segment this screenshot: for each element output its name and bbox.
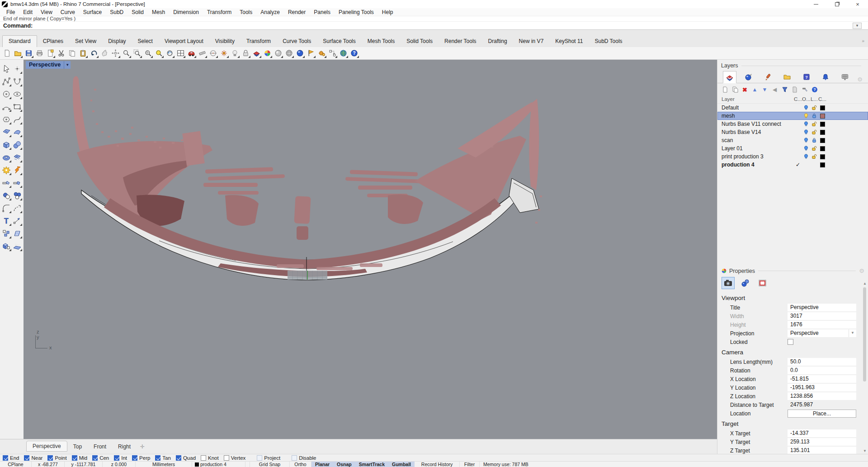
menu-help[interactable]: Help xyxy=(378,9,397,15)
osnap-project[interactable]: Project xyxy=(257,455,280,461)
menu-mesh[interactable]: Mesh xyxy=(148,9,169,15)
surface-patch-icon[interactable] xyxy=(12,152,23,163)
menu-surface[interactable]: Surface xyxy=(79,9,106,15)
rectangle-icon[interactable] xyxy=(12,101,23,112)
lock-closed-icon[interactable] xyxy=(810,138,818,143)
color-wheel-icon[interactable] xyxy=(262,48,273,58)
toolbar-tab-cplanes[interactable]: CPlanes xyxy=(37,36,69,47)
paste-icon[interactable] xyxy=(78,48,88,58)
perspective-viewport[interactable]: Perspective ▼ xyxy=(24,60,717,439)
chamfer-edge-icon[interactable] xyxy=(12,177,23,188)
new-layer-icon[interactable] xyxy=(722,86,728,93)
flag-icon[interactable] xyxy=(306,48,316,58)
cplane-selector[interactable]: CPlane xyxy=(0,462,32,467)
toolbar-tab-keyshot[interactable]: KeyShot 11 xyxy=(549,36,589,47)
blend-curves-icon[interactable] xyxy=(12,203,23,214)
lock-closed-icon[interactable] xyxy=(810,113,818,119)
ortho-toggle[interactable]: Ortho xyxy=(290,462,311,467)
boolean-difference-icon[interactable] xyxy=(12,190,23,201)
layer-color-swatch[interactable] xyxy=(820,154,825,159)
wireframe-viewport-icon[interactable] xyxy=(284,48,294,58)
layer-row-layer-01[interactable]: Layer 01 xyxy=(717,144,868,152)
print-icon[interactable] xyxy=(34,48,45,58)
locked-checkbox[interactable] xyxy=(788,339,793,345)
sphere-icon[interactable] xyxy=(12,139,23,150)
lock-open-icon[interactable] xyxy=(810,154,818,159)
layer-color-swatch[interactable] xyxy=(820,114,825,119)
command-popup-button[interactable]: ▾ xyxy=(853,23,862,29)
history-nodes-icon[interactable] xyxy=(327,48,338,58)
web-browser-icon[interactable] xyxy=(338,48,349,58)
properties-scrollbar[interactable]: ▲ ▼ xyxy=(862,282,867,453)
text-icon[interactable]: T xyxy=(1,215,12,226)
lock-open-icon[interactable] xyxy=(810,129,818,135)
render-tab-icon[interactable] xyxy=(742,71,755,83)
ellipse-icon[interactable] xyxy=(12,89,23,100)
filter-layers-icon[interactable] xyxy=(781,86,788,93)
title-value-field[interactable]: Perspective xyxy=(788,304,856,311)
layer-color-swatch[interactable] xyxy=(820,122,825,127)
bulb-on-icon[interactable] xyxy=(802,113,810,119)
select-pointer-icon[interactable] xyxy=(1,63,12,74)
viewport-layout-icon[interactable] xyxy=(175,48,186,58)
layer-color-swatch[interactable] xyxy=(820,105,825,110)
scrollbar-thumb[interactable] xyxy=(863,287,866,381)
hazard-point-icon[interactable] xyxy=(219,48,229,58)
help-tab-icon[interactable]: ? xyxy=(800,71,813,83)
close-button[interactable]: × xyxy=(847,0,868,8)
bulb-on-icon[interactable] xyxy=(802,121,810,127)
new-template-icon[interactable] xyxy=(45,48,56,58)
layer-color-swatch[interactable] xyxy=(820,130,825,135)
lock-open-icon[interactable] xyxy=(810,146,818,151)
files-tab-icon[interactable] xyxy=(780,71,794,83)
menu-solid[interactable]: Solid xyxy=(127,9,148,15)
height-value-field[interactable]: 1676 xyxy=(788,321,856,329)
toolbar-tab-standard[interactable]: Standard xyxy=(2,35,37,47)
layer-state-icon[interactable] xyxy=(251,48,262,58)
freeform-curve-icon[interactable] xyxy=(12,114,23,125)
osnap-mid[interactable]: Mid xyxy=(72,455,88,461)
match-layer-icon[interactable] xyxy=(791,86,798,93)
layer-row-print-production-3[interactable]: print production 3 xyxy=(717,152,868,161)
minimize-button[interactable] xyxy=(806,0,826,8)
polygon-icon[interactable] xyxy=(1,114,12,125)
place-button[interactable]: Place... xyxy=(788,410,856,418)
measure-icon[interactable] xyxy=(197,48,208,58)
toolbar-tab-visibility[interactable]: Visibility xyxy=(209,36,241,47)
y-location-field[interactable]: -1951.963 xyxy=(788,384,856,391)
duplicate-layer-icon[interactable] xyxy=(731,86,738,93)
boolean-union-icon[interactable] xyxy=(1,190,12,201)
layer-row-nurbs-v11[interactable]: Nurbs Base V11 connect xyxy=(717,120,868,128)
toolbar-tab-new-in-v7[interactable]: New in V7 xyxy=(513,36,550,47)
viewport-tab-front[interactable]: Front xyxy=(88,442,112,452)
move-layer-down-icon[interactable]: ▼ xyxy=(761,86,768,93)
bulb-on-icon[interactable] xyxy=(802,154,810,159)
zoom-dynamic-icon[interactable] xyxy=(143,48,153,58)
shaded-viewport-icon[interactable] xyxy=(273,48,283,58)
layer-row-mesh[interactable]: mesh xyxy=(717,112,868,120)
bumper-3d-model[interactable] xyxy=(24,60,717,439)
extract-surface-icon[interactable] xyxy=(12,165,23,176)
rotation-field[interactable]: 0.0 xyxy=(788,367,856,374)
zoom-window-icon[interactable] xyxy=(132,48,142,58)
scroll-up-icon[interactable]: ▲ xyxy=(863,282,867,286)
column-color[interactable]: C... xyxy=(818,96,826,102)
toolbar-tab-curve-tools[interactable]: Curve Tools xyxy=(277,36,317,47)
menu-file[interactable]: File xyxy=(2,9,19,15)
fillet-curves-icon[interactable] xyxy=(1,203,12,214)
bulb-on-icon[interactable] xyxy=(802,146,810,151)
viewport-tab-perspective[interactable]: Perspective xyxy=(26,441,67,452)
smarttrack-toggle[interactable]: SmartTrack xyxy=(355,462,388,467)
block-insert-icon[interactable] xyxy=(1,228,12,239)
menu-tools[interactable]: Tools xyxy=(236,9,256,15)
display-mode-properties-tab-icon[interactable] xyxy=(756,277,769,289)
scroll-down-icon[interactable]: ▼ xyxy=(863,449,867,453)
projection-dropdown[interactable]: Perspective▼ xyxy=(788,329,856,337)
toolbar-tab-viewport-layout[interactable]: Viewport Layout xyxy=(159,36,209,47)
column-lock[interactable]: L... xyxy=(810,96,818,102)
toolbar-tab-mesh-tools[interactable]: Mesh Tools xyxy=(362,36,401,47)
arc-icon[interactable] xyxy=(1,101,12,112)
explode-icon[interactable] xyxy=(1,165,12,176)
annotate-tab-icon[interactable] xyxy=(761,71,775,83)
notifications-tab-icon[interactable] xyxy=(819,71,832,83)
